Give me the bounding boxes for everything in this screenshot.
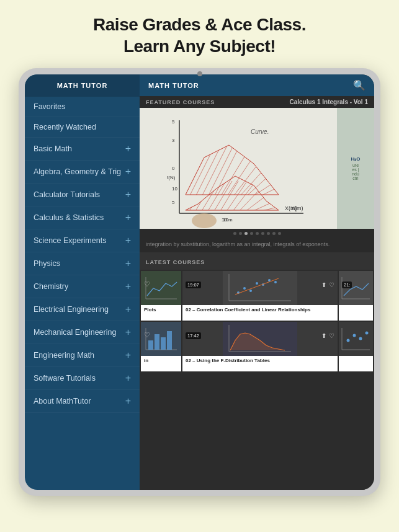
featured-label-bar: FEATURED COURSES Calculus 1 Integrals - … <box>140 96 374 108</box>
course-card-in[interactable]: ♡ in <box>141 322 181 371</box>
dot-8 <box>272 232 276 235</box>
sidebar-item-electrical[interactable]: Electrical Engineering + <box>25 298 140 321</box>
course-row-2: ♡ in <box>141 322 373 371</box>
course-card-fdist[interactable]: 17:42 ⬆ ♡ 02 – Using the F-Distribution … <box>182 322 338 371</box>
dot-7 <box>267 232 270 235</box>
main-content: MATH TUTOR 🔍 FEATURED COURSES Calculus 1… <box>140 74 374 490</box>
expand-icon: + <box>125 281 131 292</box>
dot-3 <box>244 232 248 235</box>
course-thumb: 21: <box>339 271 373 305</box>
expand-icon: + <box>125 143 131 154</box>
svg-point-53 <box>249 290 252 292</box>
sidebar-item-label: Electrical Engineering <box>34 305 109 314</box>
expand-icon: + <box>125 327 131 338</box>
header-line1: Raise Grades & Ace Class. <box>25 14 374 35</box>
course-card-title: in <box>144 358 178 364</box>
sidebar-item-label: Science Experiments <box>34 236 106 245</box>
svg-point-79 <box>365 331 369 334</box>
expand-icon: + <box>125 166 131 177</box>
time-badge: 21: <box>342 282 352 288</box>
course-thumb: ♡ <box>141 271 181 305</box>
sidebar-item-about[interactable]: About MathTutor + <box>25 390 140 413</box>
sidebar-item-label: Calculator Tutorials <box>34 190 100 199</box>
heart-icon: ♡ <box>329 332 334 339</box>
svg-point-76 <box>347 339 350 342</box>
expand-icon: + <box>125 304 131 315</box>
course-card-title: 02 – Correlation Coefficient and Linear … <box>186 307 334 313</box>
card-footer: 21: <box>339 280 373 290</box>
latest-label: LATEST COURSES <box>146 259 205 265</box>
sidebar-item-mechanical[interactable]: Mechanical Engineering + <box>25 321 140 344</box>
sidebar-item-chemistry[interactable]: Chemistry + <box>25 275 140 298</box>
search-button[interactable]: 🔍 <box>353 79 365 91</box>
video-side-panel: H₂O ure es | ndu ctri <box>337 108 374 229</box>
time-badge: 19:07 <box>186 282 201 288</box>
expand-icon: + <box>125 373 131 384</box>
heart-icon: ♡ <box>144 331 150 339</box>
course-card-info: in <box>141 356 181 371</box>
sidebar-item-calculus[interactable]: Calculus & Statistics + <box>25 206 140 229</box>
tablet-frame: MATH TUTOR Favorites Recently Watched Ba… <box>19 68 380 496</box>
featured-label-text: FEATURED COURSES <box>146 99 215 105</box>
sidebar-item-physics[interactable]: Physics + <box>25 252 140 275</box>
camera-dot <box>197 71 202 76</box>
video-container[interactable]: X(m) 5 3 0 10m Curve. <box>140 108 374 229</box>
sidebar-item-favorites[interactable]: Favorites <box>25 97 140 117</box>
course-thumb: ♡ <box>141 322 181 356</box>
latest-header: LATEST COURSES <box>140 252 374 270</box>
svg-rect-73 <box>339 322 373 356</box>
course-card-info <box>339 305 373 321</box>
page-indicators <box>140 229 374 238</box>
course-card-info: 02 – Using the F-Distribution Tables <box>182 356 338 371</box>
sidebar: MATH TUTOR Favorites Recently Watched Ba… <box>25 74 140 490</box>
svg-text:10: 10 <box>222 217 227 223</box>
svg-text:f(N): f(N) <box>167 175 176 180</box>
share-icon: ⬆ <box>321 282 326 288</box>
dot-2 <box>239 232 242 235</box>
svg-rect-65 <box>148 340 153 350</box>
app-container: MATH TUTOR Favorites Recently Watched Ba… <box>25 74 374 490</box>
sidebar-item-recently-watched[interactable]: Recently Watched <box>25 117 140 138</box>
card-footer: 17:42 ⬆ ♡ <box>182 331 338 340</box>
svg-point-41 <box>192 213 217 228</box>
expand-icon: + <box>125 189 131 200</box>
svg-text:0: 0 <box>172 166 175 171</box>
sidebar-item-label: Software Tutorials <box>34 374 96 383</box>
dot-6 <box>261 232 264 235</box>
sidebar-item-eng-math[interactable]: Engineering Math + <box>25 344 140 367</box>
sidebar-item-science[interactable]: Science Experiments + <box>25 229 140 252</box>
sidebar-item-calculator[interactable]: Calculator Tutorials + <box>25 184 140 206</box>
side-panel-chemistry: H₂O ure es | ndu ctri <box>337 108 374 229</box>
course-card-3[interactable]: 21: <box>339 271 373 321</box>
sidebar-item-label: Engineering Math <box>34 351 94 360</box>
sidebar-item-software[interactable]: Software Tutorials + <box>25 367 140 390</box>
sidebar-item-label: Mechanical Engineering <box>34 328 116 337</box>
dot-9 <box>278 232 281 235</box>
dot-4 <box>250 232 253 235</box>
svg-text:X(m): X(m) <box>285 205 297 211</box>
course-card-plots[interactable]: ♡ Plots <box>141 271 181 321</box>
sidebar-item-algebra[interactable]: Algebra, Geometry & Trig + <box>25 161 140 184</box>
latest-section: LATEST COURSES <box>140 252 374 490</box>
dot-1 <box>233 232 236 235</box>
featured-course-title: Calculus 1 Integrals - Vol 1 <box>289 99 368 105</box>
sidebar-item-basic-math[interactable]: Basic Math + <box>25 138 140 161</box>
app-header: Raise Grades & Ace Class. Learn Any Subj… <box>0 0 399 68</box>
share-heart: ⬆ ♡ <box>321 282 334 288</box>
course-card-6[interactable] <box>339 322 373 371</box>
svg-text:5: 5 <box>172 200 175 205</box>
topbar-title: MATH TUTOR <box>148 82 199 89</box>
top-bar: MATH TUTOR 🔍 <box>140 74 374 96</box>
sidebar-item-label: Chemistry <box>34 282 68 291</box>
course-card-correlation[interactable]: 19:07 ⬆ ♡ 02 – Correlation Coefficient a… <box>182 271 338 321</box>
course-thumb: 19:07 ⬆ ♡ <box>182 271 338 305</box>
expand-icon: + <box>125 235 131 246</box>
tablet-screen: MATH TUTOR Favorites Recently Watched Ba… <box>25 74 374 490</box>
expand-icon: + <box>125 212 131 223</box>
course-thumb: 17:42 ⬆ ♡ <box>182 322 338 356</box>
card-footer: 19:07 ⬆ ♡ <box>182 280 338 290</box>
svg-text:Curve.: Curve. <box>251 128 269 135</box>
header-line2: Learn Any Subject! <box>25 35 374 57</box>
share-icon: ⬆ <box>321 332 326 339</box>
dot-5 <box>256 232 259 235</box>
